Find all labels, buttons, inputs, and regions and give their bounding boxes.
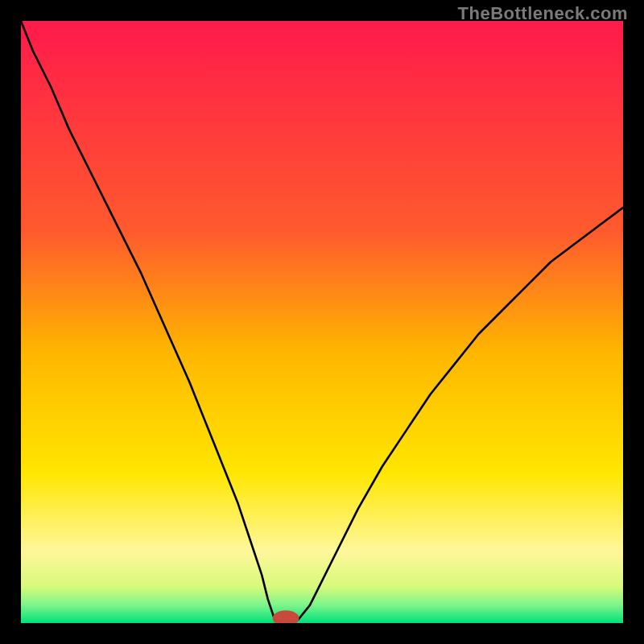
plot-area	[21, 21, 623, 623]
chart-svg	[21, 21, 623, 623]
watermark-label: TheBottleneck.com	[458, 3, 628, 24]
gradient-background	[21, 21, 623, 623]
chart-frame: TheBottleneck.com	[0, 0, 644, 644]
